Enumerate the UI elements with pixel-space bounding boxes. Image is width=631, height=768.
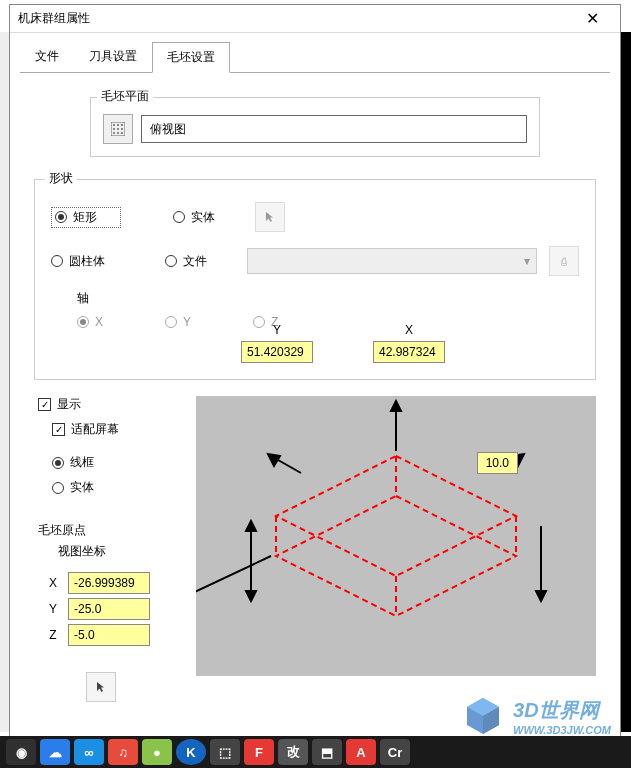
taskbar-app4-icon[interactable]: ●	[142, 739, 172, 765]
stock-panel: 毛坯平面 形状 矩形	[10, 73, 620, 710]
watermark: 3D世界网 WWW.3D3JW.COM	[461, 694, 611, 738]
close-button[interactable]: ✕	[572, 5, 612, 33]
axis-y-radio: Y	[165, 315, 235, 329]
titlebar: 机床群组属性 ✕	[10, 5, 620, 33]
shape-group-label: 形状	[45, 170, 77, 187]
taskbar-app6-icon[interactable]: ⬚	[210, 739, 240, 765]
dim-x-value[interactable]: 42.987324	[373, 341, 445, 363]
file-icon: ⎙	[561, 256, 567, 267]
svg-marker-17	[391, 401, 401, 411]
tabs: 文件 刀具设置 毛坯设置	[20, 41, 610, 73]
svg-point-1	[113, 124, 115, 126]
svg-marker-10	[276, 456, 516, 576]
axis-y-label: Y	[183, 315, 191, 329]
axis-label: 轴	[77, 290, 579, 307]
taskbar-start-icon[interactable]: ◉	[6, 739, 36, 765]
origin-z-label: Z	[46, 628, 60, 642]
shape-cylinder-radio[interactable]: 圆柱体	[51, 253, 121, 270]
grid-icon	[111, 122, 125, 136]
origin-viewcoord: 视图坐标	[58, 543, 184, 560]
taskbar-app3-icon[interactable]: ♫	[108, 739, 138, 765]
tab-stock[interactable]: 毛坯设置	[152, 42, 230, 73]
axis-x-radio: X	[77, 315, 147, 329]
svg-marker-19	[268, 454, 280, 466]
watermark-logo-icon	[461, 694, 505, 738]
svg-point-4	[113, 128, 115, 130]
fit-label: 适配屏幕	[71, 421, 119, 438]
origin-x-label: X	[46, 576, 60, 590]
pointer-icon	[94, 680, 108, 694]
file-browse-button: ⎙	[549, 246, 579, 276]
wire-label: 线框	[70, 454, 94, 471]
properties-window: 机床群组属性 ✕ 文件 刀具设置 毛坯设置 毛坯平面	[9, 4, 621, 760]
plane-grid-button[interactable]	[103, 114, 133, 144]
shape-rect-label: 矩形	[73, 209, 97, 226]
plane-input[interactable]	[141, 115, 527, 143]
dim-y-value[interactable]: 51.420329	[241, 341, 313, 363]
svg-point-2	[117, 124, 119, 126]
stock-preview: 10.0	[196, 396, 596, 676]
show-label: 显示	[57, 396, 81, 413]
svg-point-9	[121, 132, 123, 134]
shape-solid-radio[interactable]: 实体	[173, 209, 243, 226]
tab-tool[interactable]: 刀具设置	[74, 41, 152, 72]
shape-rect-radio[interactable]: 矩形	[51, 207, 121, 228]
plane-group-label: 毛坯平面	[97, 88, 153, 105]
taskbar-app2-icon[interactable]: ∞	[74, 739, 104, 765]
taskbar-app11-icon[interactable]: Cr	[380, 739, 410, 765]
svg-point-6	[121, 128, 123, 130]
tab-file[interactable]: 文件	[20, 41, 74, 72]
origin-z-value[interactable]: -5.0	[68, 624, 150, 646]
svg-point-3	[121, 124, 123, 126]
svg-point-7	[113, 132, 115, 134]
solidview-label: 实体	[70, 479, 94, 496]
taskbar-app9-icon[interactable]: ⬒	[312, 739, 342, 765]
chevron-down-icon: ▾	[524, 254, 530, 268]
svg-point-8	[117, 132, 119, 134]
stock-box-drawing	[196, 396, 596, 676]
svg-marker-25	[246, 521, 256, 531]
show-checkbox[interactable]: 显示	[38, 396, 184, 413]
shape-file-radio[interactable]: 文件	[165, 253, 235, 270]
taskbar-app7-icon[interactable]: F	[244, 739, 274, 765]
dim-x-label: X	[405, 323, 413, 337]
shape-file-label: 文件	[183, 253, 207, 270]
shape-group: 形状 矩形 实体 圆柱体	[34, 179, 596, 380]
origin-group: 毛坯原点 视图坐标 X -26.999389 Y -25.0 Z -5.0	[38, 522, 184, 650]
fit-checkbox[interactable]: 适配屏幕	[52, 421, 184, 438]
watermark-text: 3D世界网	[513, 697, 611, 724]
height-tooltip: 10.0	[477, 452, 518, 474]
dim-y-label: Y	[273, 323, 281, 337]
watermark-url: WWW.3D3JW.COM	[513, 724, 611, 736]
svg-marker-26	[246, 591, 256, 601]
file-select: ▾	[247, 248, 537, 274]
taskbar-app8-icon[interactable]: 改	[278, 739, 308, 765]
wire-radio[interactable]: 线框	[52, 454, 184, 471]
svg-point-5	[117, 128, 119, 130]
window-title: 机床群组属性	[18, 10, 90, 27]
pointer-icon	[263, 210, 277, 224]
origin-y-label: Y	[46, 602, 60, 616]
origin-label: 毛坯原点	[38, 522, 184, 539]
stock-plane-group: 毛坯平面	[90, 97, 540, 157]
solidview-radio[interactable]: 实体	[52, 479, 184, 496]
taskbar-app1-icon[interactable]: ☁	[40, 739, 70, 765]
origin-x-value[interactable]: -26.999389	[68, 572, 150, 594]
taskbar-app10-icon[interactable]: A	[346, 739, 376, 765]
taskbar: ◉ ☁ ∞ ♫ ● K ⬚ F 改 ⬒ A Cr	[0, 736, 631, 768]
origin-pick-button[interactable]	[86, 672, 116, 702]
axis-x-label: X	[95, 315, 103, 329]
svg-line-27	[196, 556, 271, 596]
svg-marker-23	[536, 591, 546, 601]
solid-pick-button[interactable]	[255, 202, 285, 232]
taskbar-app5-icon[interactable]: K	[176, 739, 206, 765]
shape-cylinder-label: 圆柱体	[69, 253, 105, 270]
origin-y-value[interactable]: -25.0	[68, 598, 150, 620]
shape-solid-label: 实体	[191, 209, 215, 226]
